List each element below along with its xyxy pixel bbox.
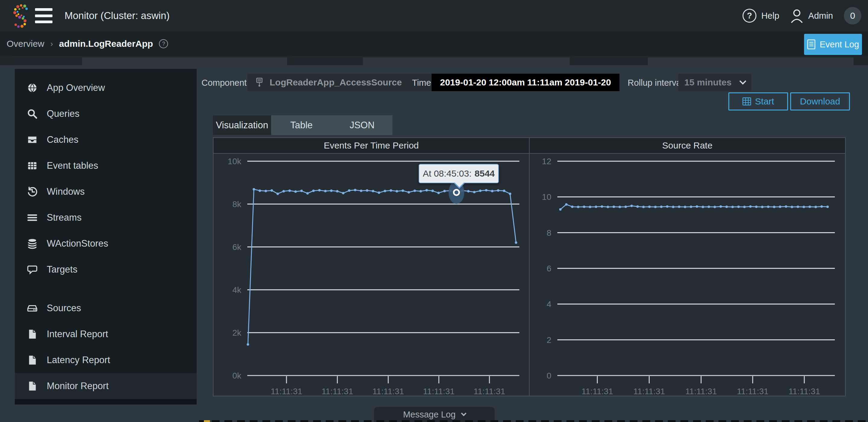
svg-text:8: 8 [547, 228, 551, 237]
striim-logo-icon[interactable] [9, 4, 32, 28]
chevron-down-icon [461, 411, 466, 416]
svg-text:11:11:31: 11:11:31 [423, 387, 455, 396]
breadcrumb-bar: Overview › admin.LogReaderApp ? Event Lo… [0, 31, 868, 56]
partial-card [363, 57, 570, 65]
chart-title-source-rate: Source Rate [530, 138, 845, 153]
database-icon [27, 238, 38, 249]
table-icon [27, 160, 38, 171]
admin-menu[interactable]: Admin [790, 8, 833, 23]
time-range-picker: 2019-01-20 12:00am 11:11am 2019-01-20 [432, 74, 619, 91]
partial-card [293, 57, 363, 65]
history-icon [27, 186, 38, 197]
sidebar-item-caches[interactable]: Caches [15, 127, 197, 153]
sidebar-item-targets[interactable]: Targets [15, 257, 197, 283]
svg-text:11:11:31: 11:11:31 [321, 387, 353, 396]
chart-title-events: Events Per Time Period [214, 138, 529, 153]
search-icon [27, 108, 38, 119]
svg-text:0k: 0k [232, 371, 242, 381]
svg-text:11:11:31: 11:11:31 [582, 387, 613, 396]
tooltip-text: At 08:45:03: [423, 168, 472, 179]
svg-text:11:11:31: 11:11:31 [788, 387, 820, 396]
time-end-date[interactable]: 2019-01-20 [565, 77, 611, 88]
top-bar: Monitor (Cluster: aswin) ? Help Admin 0 [0, 0, 868, 31]
grid-icon [742, 97, 751, 106]
partial-card [576, 57, 648, 65]
view-tabs: Visualization Table JSON [213, 115, 392, 135]
partial-card [14, 57, 82, 65]
scrolled-cards-strip [0, 56, 868, 65]
file-icon [27, 355, 38, 366]
file-icon [27, 329, 38, 340]
globe-icon [27, 82, 38, 93]
help-button[interactable]: ? Help [743, 9, 779, 23]
start-button[interactable]: Start [728, 92, 788, 111]
sidebar-item-wactionstores[interactable]: WActionStores [15, 231, 197, 257]
svg-text:6: 6 [547, 264, 551, 273]
speech-bubble-icon [27, 264, 38, 275]
help-icon: ? [743, 9, 756, 23]
sidebar-item-sources[interactable]: Sources [15, 295, 197, 321]
svg-text:11:11:31: 11:11:31 [633, 387, 665, 396]
svg-text:8k: 8k [232, 199, 242, 209]
breadcrumb-overview[interactable]: Overview [7, 39, 44, 49]
download-button[interactable]: Download [790, 92, 850, 111]
message-log-toggle[interactable]: Message Log [374, 407, 495, 422]
svg-text:11:11:31: 11:11:31 [473, 387, 505, 396]
svg-text:4k: 4k [232, 285, 242, 294]
partial-card [82, 57, 287, 65]
chart-tooltip: At 08:45:03: 8544 [418, 164, 499, 183]
warning-dash [204, 420, 210, 422]
events-chart: 10k8k6k4k2k0k11:11:3111:11:3111:11:3111:… [214, 153, 529, 396]
svg-text:0: 0 [547, 371, 551, 381]
sidebar-item-latency-report[interactable]: Latency Report [15, 347, 197, 373]
sidebar-item-monitor-report[interactable]: Monitor Report [15, 373, 197, 399]
svg-text:11:11:31: 11:11:31 [372, 387, 404, 396]
time-label: Time: [412, 78, 433, 88]
sidebar-item-event-tables[interactable]: Event tables [15, 153, 197, 179]
rollup-interval-dropdown[interactable]: 15 minutes [678, 74, 751, 91]
component-value: LogReaderApp_AccessSource [270, 77, 429, 88]
sidebar-item-interval-report[interactable]: Interval Report [15, 321, 197, 347]
time-start-time[interactable]: 12:00am [489, 77, 525, 88]
svg-text:12: 12 [542, 157, 551, 166]
lines-icon [27, 212, 38, 223]
file-icon [27, 381, 38, 392]
menu-icon[interactable] [35, 8, 53, 23]
svg-text:10: 10 [542, 192, 551, 202]
tray-icon [27, 134, 38, 145]
sidebar-item-app-overview[interactable]: App Overview [15, 75, 197, 101]
rollup-value: 15 minutes [684, 77, 732, 88]
svg-text:2: 2 [547, 335, 551, 345]
breadcrumb-separator: › [50, 39, 53, 49]
document-icon [807, 39, 815, 50]
partial-card [648, 57, 854, 65]
user-icon [790, 8, 803, 23]
breadcrumb: Overview › admin.LogReaderApp ? [7, 31, 168, 56]
sidebar: App Overview Queries Caches Event tables [15, 69, 197, 404]
app-info-icon[interactable]: ? [159, 39, 168, 48]
source-rate-chart: 12108642011:11:3111:11:3111:11:3111:11:3… [530, 153, 844, 396]
tab-table[interactable]: Table [271, 115, 332, 135]
sidebar-item-streams[interactable]: Streams [15, 205, 197, 231]
component-label: Component: [202, 78, 249, 88]
notification-badge[interactable]: 0 [844, 7, 861, 24]
event-log-button[interactable]: Event Log [804, 34, 862, 55]
rollup-label: Rollup interval: [628, 78, 685, 88]
time-end-time[interactable]: 11:11am [527, 77, 562, 88]
svg-text:11:11:31: 11:11:31 [737, 387, 769, 396]
tab-visualization[interactable]: Visualization [213, 115, 271, 135]
scrolled-table-edge [199, 420, 868, 422]
component-node-icon [254, 77, 264, 88]
svg-text:6k: 6k [232, 243, 242, 252]
svg-text:10k: 10k [228, 157, 242, 166]
chevron-down-icon [740, 78, 746, 85]
svg-text:4: 4 [547, 300, 551, 309]
svg-text:11:11:31: 11:11:31 [685, 387, 717, 396]
page-title: Monitor (Cluster: aswin) [65, 0, 169, 31]
drive-icon [27, 303, 38, 314]
svg-text:11:11:31: 11:11:31 [271, 387, 302, 396]
tab-json[interactable]: JSON [332, 115, 392, 135]
sidebar-item-windows[interactable]: Windows [15, 179, 197, 205]
sidebar-item-queries[interactable]: Queries [15, 101, 197, 127]
time-start-date[interactable]: 2019-01-20 [440, 77, 486, 88]
